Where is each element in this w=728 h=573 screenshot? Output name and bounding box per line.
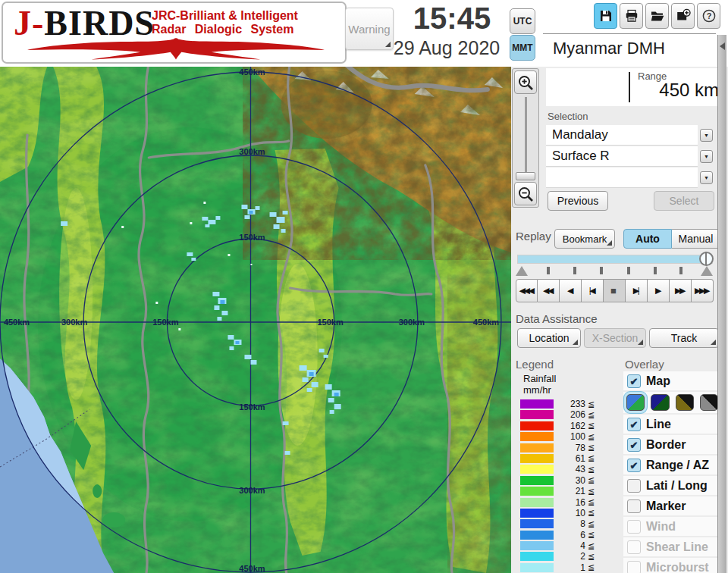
lte-symbol: ≦ <box>588 465 595 474</box>
ring-label: 450km <box>239 564 265 573</box>
lte-symbol: ≦ <box>588 453 595 463</box>
overlay-item-label: Wind <box>646 520 676 534</box>
previous-button[interactable]: Previous <box>548 191 608 211</box>
zoom-out-icon <box>517 186 534 202</box>
zoom-out-button[interactable] <box>514 182 537 205</box>
legend-swatch <box>520 432 554 441</box>
legend-swatch <box>520 531 554 540</box>
manual-mode-button[interactable]: Manual <box>672 229 720 249</box>
range-value: 450 km <box>659 80 719 101</box>
rainfall-legend: 233≦ 206≦ 162≦ 100≦ 78≦ 61≦ 43≦ 30≦ 21≦ … <box>520 399 595 573</box>
slider-end-marker <box>701 266 713 276</box>
lte-symbol: ≦ <box>588 519 595 529</box>
auto-mode-button[interactable]: Auto <box>623 229 672 249</box>
map-style-option-navy-darkgreen[interactable] <box>651 394 669 411</box>
radar-map[interactable]: 450km 300km 150km 150km 300km 450km 450k… <box>0 67 511 573</box>
legend-swatch <box>520 421 554 431</box>
xsection-button[interactable]: X-Section <box>584 328 646 348</box>
zoom-in-button[interactable] <box>514 70 537 94</box>
legend-swatch <box>520 454 554 463</box>
overlay-item-label: Border <box>646 438 686 452</box>
checkbox-checked-icon[interactable]: ✔ <box>627 459 641 472</box>
lte-symbol: ≦ <box>588 508 595 518</box>
step-back-button[interactable]: |◀ <box>582 279 604 302</box>
help-button[interactable]: ? <box>697 3 720 29</box>
fast-rewind-button[interactable]: ◀◀◀ <box>516 279 538 302</box>
product-dropdown-value[interactable]: Surface R <box>546 146 698 167</box>
play-button[interactable]: ▶ <box>648 279 670 302</box>
product-dropdown-button[interactable]: ▼ <box>700 150 713 163</box>
lte-symbol: ≦ <box>588 432 595 442</box>
fast-forward-button[interactable]: ▶▶ <box>670 279 692 302</box>
range-divider <box>629 72 630 102</box>
jbirds-application: J-BIRDS JRC-Brilliant & Intelligent Rada… <box>0 0 728 573</box>
checkbox-checked-icon[interactable]: ✔ <box>627 418 641 431</box>
zoom-slider-handle[interactable] <box>516 172 535 180</box>
extra-dropdown-value[interactable] <box>546 168 698 188</box>
site-dropdown-button[interactable]: ▼ <box>700 129 713 142</box>
ring-label: 450km <box>239 67 265 77</box>
mmt-toggle-button[interactable]: MMT <box>510 35 535 61</box>
save-button[interactable] <box>594 3 617 29</box>
legend-swatch <box>520 399 554 409</box>
fastest-forward-button[interactable]: ▶▶▶ <box>692 279 714 302</box>
slider-tick <box>573 267 576 274</box>
save-icon <box>598 8 613 23</box>
zoom-slider-track[interactable] <box>525 97 527 179</box>
legend-row: 8≦ <box>520 519 595 528</box>
open-folder-button[interactable] <box>645 3 669 29</box>
legend-row: 61≦ <box>520 454 595 463</box>
xsection-label: X-Section <box>592 332 639 344</box>
overlay-item-label: Shear Line <box>646 540 708 554</box>
site-dropdown-value[interactable]: Mandalay <box>546 125 698 146</box>
lte-symbol: ≦ <box>588 443 595 452</box>
lte-symbol: ≦ <box>588 487 595 496</box>
print-button[interactable] <box>620 3 643 29</box>
checkbox-unchecked-icon[interactable] <box>627 499 641 513</box>
rewind-button[interactable]: ◀◀ <box>538 279 560 302</box>
checkbox-checked-icon[interactable]: ✔ <box>627 438 641 452</box>
legend-row: 43≦ <box>520 465 595 474</box>
overlay-item-range-az[interactable]: ✔Range / AZ <box>623 456 718 474</box>
checkbox-checked-icon[interactable]: ✔ <box>627 374 641 388</box>
play-backward-button[interactable]: ◀ <box>560 279 582 302</box>
replay-slider-handle[interactable] <box>699 252 714 266</box>
legend-row: 206≦ <box>520 410 595 419</box>
ring-label: 450km <box>4 318 30 327</box>
overlay-item-microburst: Microburst <box>623 558 718 573</box>
slider-tick <box>654 267 657 274</box>
legend-swatch <box>520 498 554 507</box>
svg-text:?: ? <box>706 11 711 20</box>
utc-toggle-button[interactable]: UTC <box>510 8 535 34</box>
add-image-button[interactable] <box>671 3 695 29</box>
legend-value: 162 <box>561 421 585 431</box>
legend-unit: Rainfall mm/hr <box>523 373 556 396</box>
overlay-item-marker[interactable]: Marker <box>623 496 718 515</box>
select-button[interactable]: Select <box>654 191 714 211</box>
overlay-item-line[interactable]: ✔Line <box>623 415 718 434</box>
menu-corner-icon <box>607 240 612 246</box>
map-style-option-olive-black[interactable] <box>676 394 694 411</box>
bookmark-button[interactable]: Bookmark <box>554 229 615 249</box>
overlay-item-border[interactable]: ✔Border <box>623 435 718 454</box>
track-button[interactable]: Track <box>649 328 719 348</box>
overlay-item-map[interactable]: ✔Map <box>623 371 718 390</box>
map-style-option-blue-green[interactable] <box>626 394 645 411</box>
step-forward-button[interactable]: ▶| <box>626 279 648 302</box>
legend-row: 100≦ <box>520 432 595 441</box>
stop-button[interactable]: ■ <box>604 279 626 302</box>
slider-start-marker <box>516 266 528 276</box>
panel-collapse-strip[interactable] <box>717 35 726 573</box>
checkbox-unchecked-icon[interactable] <box>627 479 641 493</box>
legend-row: 4≦ <box>520 541 595 550</box>
slider-tick <box>547 267 550 274</box>
legend-row: 162≦ <box>520 421 595 431</box>
legend-row: 1≦ <box>520 563 595 572</box>
overlay-item-lati-long[interactable]: Lati / Long <box>623 476 718 495</box>
menu-corner-icon <box>711 340 716 345</box>
extra-dropdown-button[interactable]: ▼ <box>700 171 713 184</box>
add-image-icon <box>676 8 691 23</box>
location-button[interactable]: Location <box>517 328 581 348</box>
replay-slider-track[interactable] <box>517 255 713 264</box>
map-style-option-gray-black[interactable] <box>700 394 718 411</box>
